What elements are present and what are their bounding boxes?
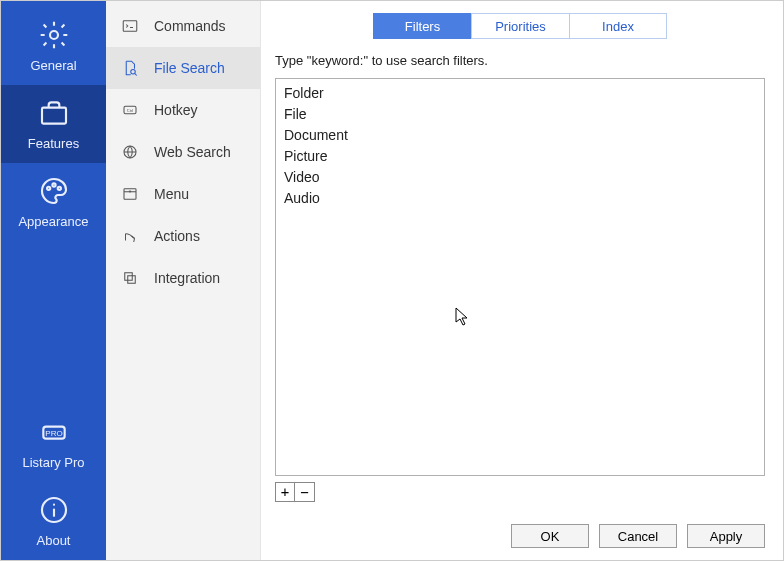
settings-item-integration[interactable]: Integration bbox=[106, 257, 260, 299]
palette-icon bbox=[38, 175, 70, 210]
remove-button[interactable]: − bbox=[295, 482, 315, 502]
settings-item-commands[interactable]: Commands bbox=[106, 5, 260, 47]
sidebar-item-label: General bbox=[30, 58, 76, 73]
footer-buttons: OK Cancel Apply bbox=[275, 524, 765, 548]
sidebar-item-listary-pro[interactable]: PRO Listary Pro bbox=[1, 404, 106, 482]
settings-item-hotkey[interactable]: Ctrl Hotkey bbox=[106, 89, 260, 131]
tab-priorities[interactable]: Priorities bbox=[471, 13, 569, 39]
settings-item-label: Menu bbox=[154, 186, 189, 202]
tab-label: Priorities bbox=[495, 19, 546, 34]
sidebar-item-label: Listary Pro bbox=[22, 455, 84, 470]
icon-sidebar: General Features Appearance PRO Listary … bbox=[1, 1, 106, 560]
list-item[interactable]: Video bbox=[284, 167, 756, 188]
tab-label: Index bbox=[602, 19, 634, 34]
share-arrow-icon bbox=[120, 226, 140, 246]
apply-button[interactable]: Apply bbox=[687, 524, 765, 548]
settings-item-label: Actions bbox=[154, 228, 200, 244]
sidebar-item-appearance[interactable]: Appearance bbox=[1, 163, 106, 241]
svg-text:Ctrl: Ctrl bbox=[127, 108, 133, 113]
sidebar-item-about[interactable]: About bbox=[1, 482, 106, 560]
settings-item-label: Hotkey bbox=[154, 102, 198, 118]
stack-icon bbox=[120, 268, 140, 288]
add-remove-bar: + − bbox=[275, 482, 765, 502]
settings-item-actions[interactable]: Actions bbox=[106, 215, 260, 257]
settings-item-label: File Search bbox=[154, 60, 225, 76]
main-panel: Filters Priorities Index Type "keyword:"… bbox=[261, 1, 783, 560]
svg-rect-16 bbox=[125, 273, 133, 281]
sidebar-item-label: About bbox=[37, 533, 71, 548]
ok-button[interactable]: OK bbox=[511, 524, 589, 548]
sidebar-spacer bbox=[1, 241, 106, 404]
menu-icon bbox=[120, 184, 140, 204]
tabs: Filters Priorities Index bbox=[275, 13, 765, 39]
file-search-icon bbox=[120, 58, 140, 78]
globe-icon bbox=[120, 142, 140, 162]
sidebar-item-features[interactable]: Features bbox=[1, 85, 106, 163]
svg-rect-17 bbox=[128, 276, 136, 284]
list-item[interactable]: Document bbox=[284, 125, 756, 146]
svg-rect-10 bbox=[123, 21, 137, 32]
add-button[interactable]: + bbox=[275, 482, 295, 502]
svg-rect-1 bbox=[42, 108, 66, 124]
sidebar-item-label: Appearance bbox=[18, 214, 88, 229]
settings-item-label: Integration bbox=[154, 270, 220, 286]
svg-point-0 bbox=[50, 31, 58, 39]
pro-badge-icon: PRO bbox=[38, 416, 70, 451]
tab-index[interactable]: Index bbox=[569, 13, 667, 39]
list-item[interactable]: Folder bbox=[284, 83, 756, 104]
settings-item-label: Web Search bbox=[154, 144, 231, 160]
settings-list: Commands File Search Ctrl Hotkey Web Sea… bbox=[106, 1, 261, 560]
svg-point-11 bbox=[131, 70, 136, 75]
settings-item-file-search[interactable]: File Search bbox=[106, 47, 260, 89]
settings-item-web-search[interactable]: Web Search bbox=[106, 131, 260, 173]
briefcase-icon bbox=[38, 97, 70, 132]
svg-point-9 bbox=[52, 504, 54, 506]
list-item[interactable]: Picture bbox=[284, 146, 756, 167]
tab-filters[interactable]: Filters bbox=[373, 13, 471, 39]
tab-label: Filters bbox=[405, 19, 440, 34]
gear-icon bbox=[38, 19, 70, 54]
filters-listbox[interactable]: Folder File Document Picture Video Audio bbox=[275, 78, 765, 476]
settings-item-label: Commands bbox=[154, 18, 226, 34]
svg-point-3 bbox=[52, 183, 55, 186]
cancel-button[interactable]: Cancel bbox=[599, 524, 677, 548]
sidebar-item-general[interactable]: General bbox=[1, 7, 106, 85]
hint-text: Type "keyword:" to use search filters. bbox=[275, 53, 765, 68]
terminal-icon bbox=[120, 16, 140, 36]
info-icon bbox=[38, 494, 70, 529]
list-item[interactable]: Audio bbox=[284, 188, 756, 209]
svg-text:PRO: PRO bbox=[45, 429, 62, 438]
svg-point-2 bbox=[47, 187, 50, 190]
hotkey-icon: Ctrl bbox=[120, 100, 140, 120]
list-item[interactable]: File bbox=[284, 104, 756, 125]
sidebar-item-label: Features bbox=[28, 136, 79, 151]
svg-point-4 bbox=[57, 187, 60, 190]
settings-item-menu[interactable]: Menu bbox=[106, 173, 260, 215]
